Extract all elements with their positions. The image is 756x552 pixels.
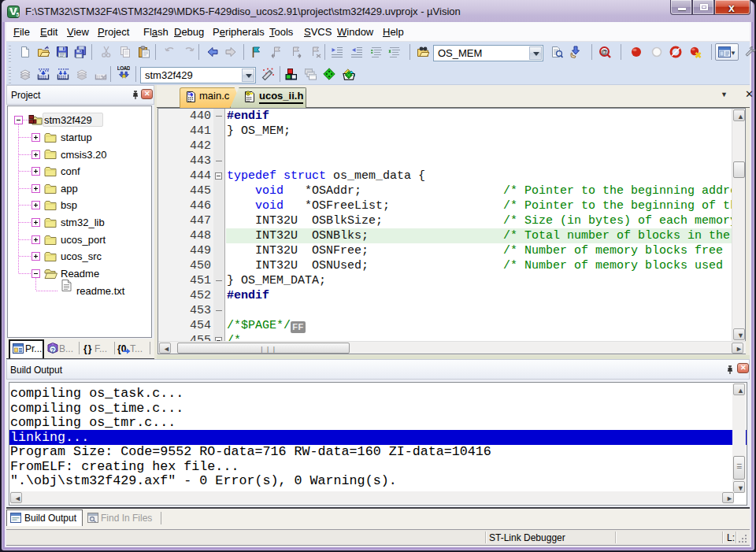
svg-text:5: 5	[17, 12, 20, 17]
svg-text:?: ?	[51, 346, 55, 354]
svg-text:@: @	[601, 48, 608, 56]
svg-text:LOAD: LOAD	[117, 66, 130, 71]
